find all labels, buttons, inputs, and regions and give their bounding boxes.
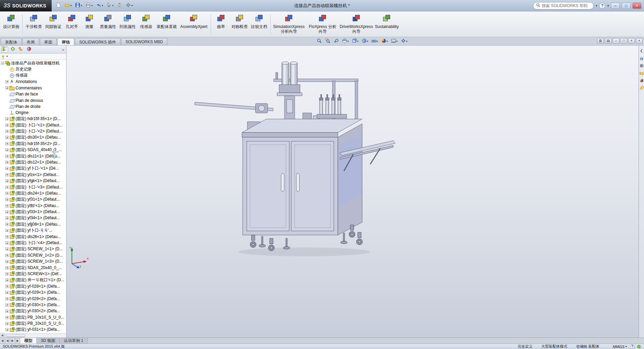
tab-2[interactable]: 布局 (22, 38, 39, 45)
design-library-button[interactable] (639, 64, 644, 68)
tree-item[interactable]: (固定) yf卸'<1> (Défau... (0, 203, 66, 209)
tree-item[interactable]: (固定) yf-029<2> (Défa... (0, 296, 66, 302)
expand-expander[interactable] (5, 186, 8, 189)
expand-expander[interactable] (5, 80, 8, 83)
tab-1[interactable]: 装配体 (1, 38, 22, 45)
dropdown-caret-icon[interactable]: ▾ (396, 40, 398, 43)
tab-3[interactable]: 草图 (40, 38, 57, 45)
ribbon-button-3-0[interactable]: SimulationXpress 分析向导 (272, 12, 306, 36)
pane-split-vertical-button[interactable]: ▤ (605, 38, 612, 43)
tree-item[interactable]: (固定) yf卜口-丩丩'... (0, 228, 66, 234)
dropdown-caret-icon[interactable]: ▾ (386, 40, 388, 43)
ribbon-button-1-8[interactable]: AssemblyXpert (179, 12, 209, 36)
ribbon-button-2-1[interactable]: 对称检查 (230, 12, 249, 36)
ribbon-button-2-2[interactable]: 比较文档 (249, 12, 269, 36)
display-manager-tab[interactable] (26, 46, 32, 53)
bottom-tab-2[interactable]: 3D 视图 (37, 338, 60, 344)
tree-item[interactable]: (固定) yf-031<1> (Défa... (0, 327, 66, 333)
tree-item[interactable]: Plan de dessus (0, 97, 66, 103)
tab-6[interactable]: SOLIDWORKS MBD (121, 38, 167, 45)
view-orientation-button[interactable]: ▾ (351, 38, 359, 45)
select-button[interactable]: ▾ (105, 2, 115, 10)
tree-item[interactable]: (固定) yf-028<1> (Défa... (0, 283, 66, 289)
tree-root-item[interactable]: 连接品产品自动组装螺丝机 (0, 60, 66, 66)
ribbon-button-2-0[interactable]: 曲率 (212, 12, 230, 36)
next-study-button[interactable]: ▶ (10, 338, 15, 344)
view-settings-button[interactable]: ▾ (400, 38, 408, 45)
tree-item[interactable]: (固定) yfgk<1> (Défaut... (0, 178, 66, 184)
expand-expander[interactable] (5, 272, 8, 275)
tree-item[interactable]: (固定) dls12<1> (Défau... (0, 159, 66, 165)
last-study-button[interactable]: ▶ (15, 338, 20, 344)
tree-item[interactable]: (固定) SCREW_1<1> (D... (0, 246, 66, 252)
options-button[interactable]: ▾ (124, 2, 134, 10)
bottom-tab-3[interactable]: 运动算例 1 (60, 338, 88, 344)
collapse-expander[interactable] (1, 62, 4, 65)
tree-item[interactable]: (固定) SCREW<1> (Déf... (0, 271, 66, 277)
tree-item[interactable]: (固定) hdr15f-35<1> (D... (0, 116, 66, 122)
expand-expander[interactable] (5, 192, 8, 195)
save-button[interactable]: ▾ (74, 2, 83, 10)
expand-expander[interactable] (5, 161, 8, 164)
tree-item[interactable]: (固定) 卜口-'<3> (Défaut... (0, 184, 66, 190)
expand-expander[interactable] (5, 279, 8, 282)
print-button[interactable]: ▾ (84, 2, 94, 10)
expand-expander[interactable] (5, 142, 8, 145)
tree-item[interactable]: (固定) dls24<1> (Défau... (0, 190, 66, 196)
expand-expander[interactable] (5, 235, 8, 238)
panel-horizontal-scrollbar[interactable]: ◀ (0, 333, 66, 338)
status-help-icon[interactable]: ? (630, 344, 635, 349)
scroll-left-icon[interactable]: ◀ (0, 333, 5, 338)
first-study-button[interactable]: ◀ (0, 338, 5, 344)
expand-expander[interactable] (5, 254, 8, 257)
help-caret[interactable]: ▾ (607, 4, 609, 7)
expand-expander[interactable] (5, 229, 8, 232)
dropdown-caret-icon[interactable]: ▾ (357, 40, 358, 43)
tree-item[interactable]: (固定) PB_10x10_S_U_0... (0, 320, 66, 326)
tree-item[interactable]: (固定) 井一丩祝口'<1> (D... (0, 277, 66, 283)
doc-minimize-button[interactable]: – (613, 38, 619, 43)
tree-item[interactable]: (固定) 卜口-'<2> (Défaut... (0, 128, 66, 134)
tree-item[interactable]: (固定) yf-030<1> (Défa... (0, 302, 66, 308)
expand-expander[interactable] (5, 322, 8, 325)
help-button[interactable]: ? (599, 3, 605, 9)
open-button[interactable]: ▾ (63, 2, 73, 10)
configuration-manager-tab[interactable] (18, 46, 24, 53)
rebuild-button[interactable] (115, 2, 124, 10)
graphics-area[interactable]: Y X Z (66, 46, 639, 338)
dropdown-caret-icon[interactable]: ▾ (367, 40, 368, 43)
tree-item[interactable]: (固定) dls11<1> (Défau... (0, 153, 66, 159)
dropdown-caret-icon[interactable]: ▾ (112, 4, 113, 7)
expand-expander[interactable] (5, 136, 8, 139)
ribbon-button-1-2[interactable]: 孔对齐 (63, 12, 81, 36)
ribbon-button-1-6[interactable]: 传感器 (137, 12, 155, 36)
expand-expander[interactable] (5, 148, 8, 151)
dropdown-caret-icon[interactable]: ▾ (81, 4, 82, 7)
edit-appearance-button[interactable]: ▾ (380, 38, 389, 45)
ribbon-button-1-3[interactable]: 测量 (81, 12, 98, 36)
filter-caret-icon[interactable]: ▼ (6, 55, 8, 58)
tree-item[interactable]: (固定) dls30<1> (Défau... (0, 135, 66, 141)
expand-expander[interactable] (5, 155, 8, 158)
tree-item[interactable]: (固定) SDAS_20x40_0_... (0, 265, 66, 271)
units-dropdown[interactable]: MMGS ▾ (610, 345, 630, 349)
expand-expander[interactable] (5, 167, 8, 170)
undo-button[interactable]: ▾ (95, 2, 104, 10)
tree-item[interactable]: (固定) PB_10x10_S_U_0... (0, 314, 66, 320)
expand-expander[interactable] (5, 241, 8, 244)
ribbon-button-3-2[interactable]: DriveWorksXpress 向导 (340, 12, 373, 36)
panel-splitter-grip[interactable] (53, 148, 55, 158)
tree-item[interactable]: (固定) yf-030<2> (Défa... (0, 308, 66, 314)
ribbon-button-3-1[interactable]: FloXpress 分析向导 (306, 12, 340, 36)
doc-close-all-button[interactable]: × (636, 38, 643, 43)
tree-item[interactable]: (固定) SCREW_1<2> (D... (0, 252, 66, 258)
tree-item[interactable]: (固定) yf34<1> (Défaut... (0, 215, 66, 221)
file-explorer-button[interactable] (639, 71, 644, 76)
tree-item[interactable]: (固定) 卜口-'<4> (Défaut... (0, 240, 66, 246)
maximize-button[interactable]: □ (622, 3, 630, 9)
dropdown-caret-icon[interactable]: ▾ (377, 40, 378, 43)
expand-expander[interactable] (5, 179, 8, 182)
dropdown-caret-icon[interactable]: ▾ (347, 40, 349, 43)
dropdown-caret-icon[interactable]: ▾ (91, 4, 92, 7)
close-button[interactable]: × (633, 3, 641, 9)
